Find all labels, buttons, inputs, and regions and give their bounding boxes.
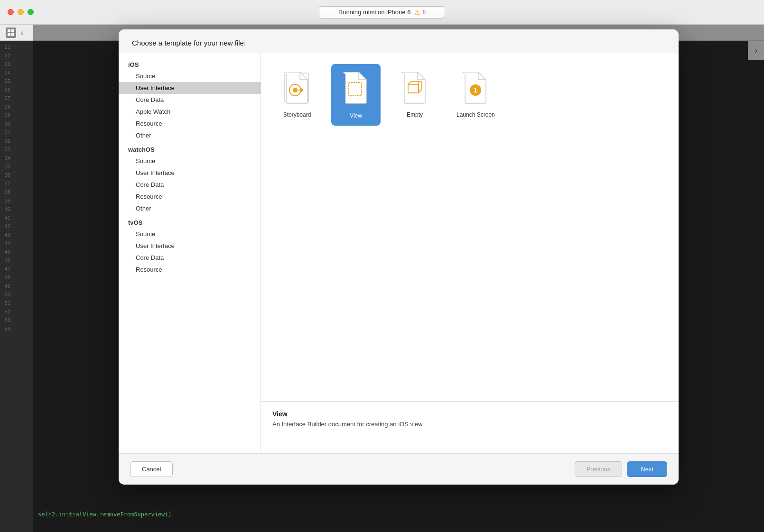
line-number: 34: [0, 154, 13, 162]
line-number: 31: [0, 128, 13, 137]
line-number: 22: [0, 51, 13, 60]
warning-count: 8: [422, 9, 426, 16]
svg-rect-1: [11, 29, 14, 32]
running-status-label: Running mimi on iPhone 6: [338, 9, 410, 16]
svg-rect-2: [8, 33, 10, 36]
code-line: self2.initialView.removeFromSuperview(): [38, 511, 764, 518]
sidebar-item-tvos-core-data[interactable]: Core Data: [119, 252, 261, 264]
previous-button[interactable]: Previous: [575, 461, 623, 477]
sidebar-item-watchos-core-data[interactable]: Core Data: [119, 179, 261, 191]
sidebar-item-ios-resource[interactable]: Resource: [119, 118, 261, 129]
line-number: 29: [0, 111, 13, 119]
line-number: 37: [0, 179, 13, 188]
line-number: 25: [0, 77, 13, 85]
empty-label: Empty: [407, 111, 423, 118]
svg-point-6: [293, 88, 298, 92]
line-number: 26: [0, 85, 13, 94]
cancel-button[interactable]: Cancel: [130, 461, 173, 477]
svg-rect-3: [11, 33, 14, 36]
line-number: 33: [0, 145, 13, 154]
line-number: 23: [0, 60, 13, 68]
line-number: 54: [0, 324, 13, 333]
sidebar-item-watchos-source[interactable]: Source: [119, 155, 261, 167]
svg-rect-0: [8, 29, 10, 32]
line-number: 27: [0, 94, 13, 102]
description-text: An Interface Builder document for creati…: [272, 421, 667, 428]
template-grid: Storyboard View: [261, 53, 679, 401]
line-number: 36: [0, 171, 13, 179]
svg-text:1: 1: [474, 86, 477, 94]
minimize-button[interactable]: [18, 9, 24, 15]
line-number: 28: [0, 102, 13, 111]
launch-screen-label: Launch Screen: [457, 111, 495, 118]
sidebar-item-ios-source[interactable]: Source: [119, 70, 261, 82]
sidebar-item-tvos-source[interactable]: Source: [119, 228, 261, 240]
new-file-dialog: Choose a template for your new file: iOS…: [119, 29, 679, 485]
dialog-overlay: Choose a template for your new file: iOS…: [33, 25, 764, 532]
empty-icon: [398, 70, 432, 108]
sidebar-item-ios-apple-watch[interactable]: Apple Watch: [119, 106, 261, 118]
maximize-button[interactable]: [28, 9, 34, 15]
section-watchos: watchOS: [119, 141, 261, 155]
line-number: 35: [0, 162, 13, 171]
line-number: 43: [0, 230, 13, 239]
sidebar-item-watchos-resource[interactable]: Resource: [119, 191, 261, 202]
line-number: 40: [0, 205, 13, 213]
line-number: 45: [0, 248, 13, 256]
line-number: 30: [0, 119, 13, 128]
sidebar-item-ios-other[interactable]: Other: [119, 129, 261, 141]
template-content: Storyboard View: [261, 53, 679, 453]
warning-icon: ⚠: [414, 9, 420, 16]
line-number: 44: [0, 239, 13, 248]
template-sidebar: iOS Source User Interface Core Data Appl…: [119, 53, 261, 453]
storyboard-icon: [280, 70, 314, 108]
sidebar-item-watchos-other[interactable]: Other: [119, 202, 261, 214]
line-number: 38: [0, 188, 13, 196]
sidebar-item-ios-user-interface[interactable]: User Interface: [119, 82, 261, 94]
sidebar-item-watchos-user-interface[interactable]: User Interface: [119, 167, 261, 179]
dialog-title: Choose a template for your new file:: [132, 39, 665, 47]
template-storyboard[interactable]: Storyboard: [272, 64, 322, 126]
launch-screen-icon: 1: [458, 70, 493, 108]
line-number: 21: [0, 43, 13, 51]
dialog-header: Choose a template for your new file:: [119, 29, 679, 53]
dialog-footer: Cancel Previous Next: [119, 453, 679, 485]
line-number: 47: [0, 265, 13, 273]
sidebar-item-tvos-resource[interactable]: Resource: [119, 264, 261, 275]
template-view[interactable]: View: [331, 64, 381, 126]
line-number: 49: [0, 282, 13, 290]
section-tvos: tvOS: [119, 214, 261, 228]
line-number: 32: [0, 137, 13, 145]
view-label: View: [345, 111, 367, 120]
line-number: 51: [0, 299, 13, 307]
section-ios: iOS: [119, 56, 261, 70]
description-area: View An Interface Builder document for c…: [261, 401, 679, 453]
line-number: 46: [0, 256, 13, 265]
sidebar-item-tvos-user-interface[interactable]: User Interface: [119, 240, 261, 252]
description-title: View: [272, 410, 667, 418]
template-empty[interactable]: Empty: [390, 64, 439, 126]
line-number: 42: [0, 222, 13, 230]
line-number: 53: [0, 316, 13, 324]
template-launch-screen[interactable]: 1 Launch Screen: [449, 64, 503, 126]
line-number: 48: [0, 273, 13, 282]
close-button[interactable]: [8, 9, 14, 15]
sidebar-item-ios-core-data[interactable]: Core Data: [119, 94, 261, 106]
line-number: 41: [0, 213, 13, 222]
line-number: 39: [0, 196, 13, 205]
line-number: 52: [0, 307, 13, 316]
line-number: 50: [0, 290, 13, 299]
line-number: 24: [0, 68, 13, 77]
grid-icon[interactable]: [6, 28, 16, 38]
storyboard-label: Storyboard: [283, 111, 311, 118]
view-icon: [339, 70, 373, 108]
next-button[interactable]: Next: [627, 461, 667, 477]
back-chevron[interactable]: ‹: [21, 28, 23, 37]
